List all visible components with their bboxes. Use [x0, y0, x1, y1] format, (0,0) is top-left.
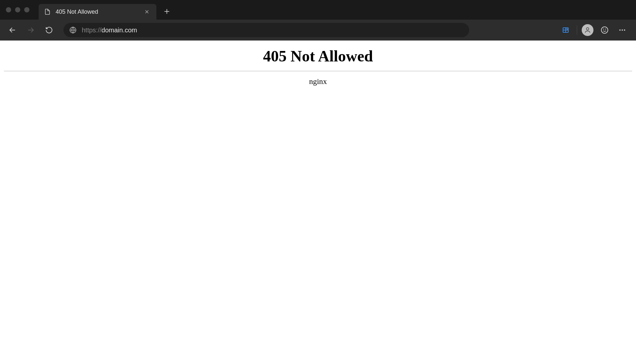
svg-point-13: [604, 29, 604, 29]
site-info-button[interactable]: [69, 26, 77, 34]
more-horizontal-icon: [618, 26, 626, 34]
address-bar[interactable]: https://domain.com: [63, 23, 469, 37]
tab-title: 405 Not Allowed: [56, 8, 138, 15]
tracking-prevention-button[interactable]: [559, 24, 572, 37]
browser-chrome: 405 Not Allowed: [0, 0, 636, 41]
svg-point-17: [624, 29, 625, 31]
shield-icon: [562, 26, 570, 34]
page-content: 405 Not Allowed nginx: [0, 41, 636, 90]
feedback-button[interactable]: [598, 24, 611, 37]
plus-icon: [163, 8, 170, 15]
svg-point-16: [622, 29, 623, 31]
window-controls: [6, 7, 29, 12]
window-minimize-button[interactable]: [15, 7, 20, 12]
profile-button[interactable]: [582, 24, 593, 36]
toolbar-right: [559, 24, 631, 37]
new-tab-button[interactable]: [160, 5, 173, 18]
toolbar-divider: [577, 25, 577, 35]
svg-point-11: [586, 28, 589, 30]
tab-close-button[interactable]: [143, 8, 151, 16]
arrow-right-icon: [27, 26, 35, 34]
url-text: https://domain.com: [82, 26, 137, 34]
close-icon: [144, 9, 150, 15]
tab-strip: 405 Not Allowed: [39, 0, 173, 20]
svg-point-14: [606, 29, 606, 29]
svg-point-15: [619, 29, 621, 31]
window-close-button[interactable]: [6, 7, 11, 12]
divider: [4, 71, 632, 71]
page-icon: [44, 8, 51, 15]
titlebar: 405 Not Allowed: [0, 0, 636, 20]
refresh-icon: [45, 26, 53, 34]
forward-button: [24, 23, 38, 37]
smiley-icon: [601, 26, 609, 34]
browser-tab[interactable]: 405 Not Allowed: [39, 4, 156, 20]
refresh-button[interactable]: [42, 23, 56, 37]
globe-icon: [69, 26, 77, 34]
url-host: domain.com: [101, 26, 137, 34]
back-button[interactable]: [5, 23, 20, 37]
settings-menu-button[interactable]: [616, 24, 629, 37]
error-heading: 405 Not Allowed: [4, 47, 632, 65]
person-icon: [584, 26, 591, 34]
toolbar: https://domain.com: [0, 20, 636, 41]
url-protocol: https://: [82, 26, 101, 34]
server-name: nginx: [4, 77, 632, 86]
svg-point-12: [601, 27, 608, 33]
window-maximize-button[interactable]: [24, 7, 29, 12]
arrow-left-icon: [9, 26, 16, 34]
